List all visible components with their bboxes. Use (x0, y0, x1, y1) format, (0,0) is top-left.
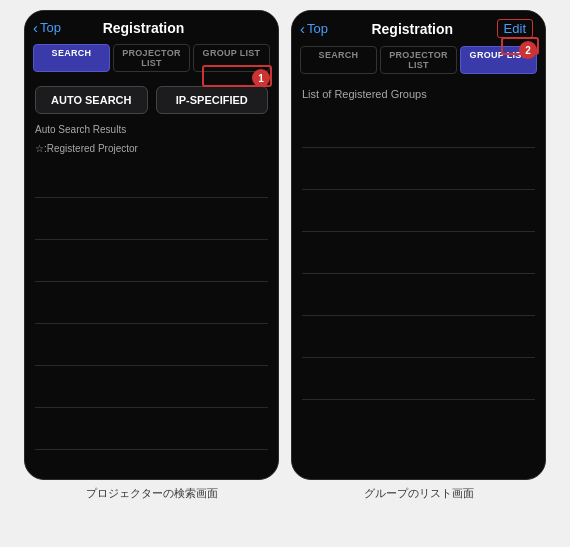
list-item[interactable] (302, 196, 535, 232)
back-button-2[interactable]: ‹ Top (300, 20, 328, 37)
tab-search-1[interactable]: SEARCH (33, 44, 110, 72)
chevron-left-icon-2: ‹ (300, 20, 305, 37)
info-line2: ☆:Registered Projector (35, 143, 268, 154)
badge-2: 2 (519, 41, 537, 59)
info-line1: Auto Search Results (35, 124, 268, 135)
list-item[interactable] (35, 372, 268, 408)
nav-title-1: Registration (103, 20, 185, 36)
content-2: List of Registered Groups (292, 80, 545, 479)
content-1: AUTO SEARCH IP-SPECIFIED Auto Search Res… (25, 78, 278, 479)
group-list-title: List of Registered Groups (302, 88, 535, 100)
list-item[interactable] (302, 154, 535, 190)
list-item[interactable] (302, 364, 535, 400)
list-item[interactable] (35, 288, 268, 324)
list-item[interactable] (35, 330, 268, 366)
edit-button[interactable]: Edit (497, 19, 533, 38)
list-item[interactable] (35, 414, 268, 450)
list-item[interactable] (35, 204, 268, 240)
list-item[interactable] (302, 112, 535, 148)
list-item[interactable] (302, 238, 535, 274)
phone-2: ‹ Top Registration Edit SEARCH PROJECTOR… (291, 10, 546, 480)
tab-projector-list-2[interactable]: PROJECTOR LIST (380, 46, 457, 74)
auto-search-button[interactable]: AUTO SEARCH (35, 86, 148, 114)
badge-1: 1 (252, 69, 270, 87)
tab-search-2[interactable]: SEARCH (300, 46, 377, 74)
nav-title-2: Registration (371, 21, 453, 37)
caption-1: プロジェクターの検索画面 (24, 486, 279, 501)
tab-projector-list-1[interactable]: PROJECTOR LIST (113, 44, 190, 72)
ip-specified-button[interactable]: IP-SPECIFIED (156, 86, 269, 114)
back-label-1: Top (40, 20, 61, 35)
chevron-left-icon: ‹ (33, 19, 38, 36)
list-item[interactable] (302, 280, 535, 316)
list-item[interactable] (35, 162, 268, 198)
action-row: AUTO SEARCH IP-SPECIFIED (35, 86, 268, 114)
back-label-2: Top (307, 21, 328, 36)
list-item[interactable] (35, 246, 268, 282)
caption-2: グループのリスト画面 (291, 486, 546, 501)
list-item[interactable] (302, 322, 535, 358)
phone-1: ‹ Top Registration SEARCH PROJECTOR LIST… (24, 10, 279, 480)
back-button-1[interactable]: ‹ Top (33, 19, 61, 36)
nav-bar-1: ‹ Top Registration (25, 11, 278, 40)
